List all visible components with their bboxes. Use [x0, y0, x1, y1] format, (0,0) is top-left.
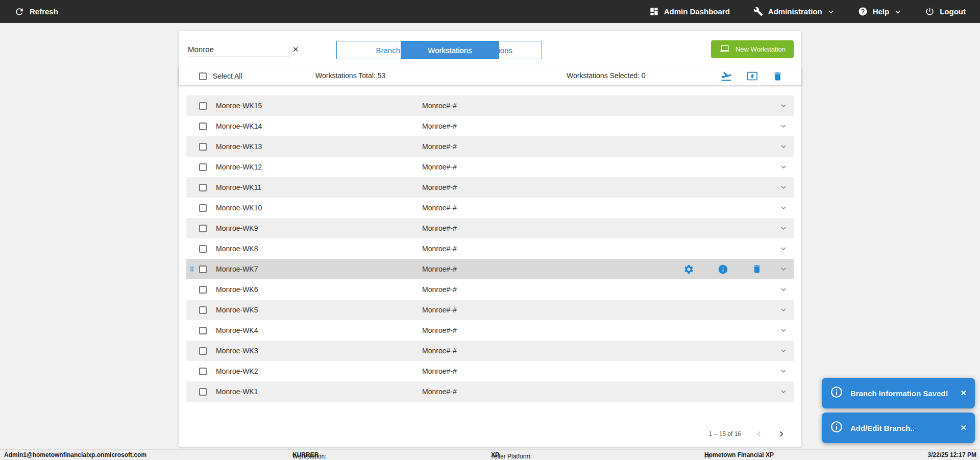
- clear-search-icon[interactable]: ✕: [289, 45, 302, 54]
- chevron-down-icon[interactable]: [779, 306, 788, 316]
- search-input[interactable]: [188, 45, 289, 54]
- info-circle-icon: [830, 385, 843, 401]
- drag-handle-icon[interactable]: [188, 263, 195, 276]
- close-icon[interactable]: ✕: [960, 423, 967, 432]
- workstation-name: Monroe-WK12: [216, 163, 262, 171]
- row-checkbox[interactable]: [199, 225, 207, 232]
- logout-button[interactable]: Logout: [925, 7, 966, 16]
- chevron-down-icon: [827, 8, 835, 15]
- workstation-branch: Monroe#-#: [422, 163, 457, 171]
- close-icon[interactable]: ✕: [960, 389, 967, 398]
- chevron-down-icon[interactable]: [779, 224, 788, 234]
- chevron-down-icon[interactable]: [779, 388, 788, 397]
- workstations-selected: Workstations Selected: 0: [567, 71, 646, 80]
- delete-icon[interactable]: [772, 71, 783, 82]
- workstation-branch: Monroe#-#: [422, 224, 457, 232]
- workstation-name: Monroe-WK11: [216, 183, 261, 191]
- workstation-name: Monroe-WK7: [216, 265, 258, 273]
- table-row[interactable]: Monroe-WK2 Monroe#-#: [186, 361, 794, 381]
- workstation-name: Monroe-WK4: [216, 326, 258, 334]
- row-checkbox[interactable]: [199, 143, 207, 151]
- table-row[interactable]: Monroe-WK3 Monroe#-#: [186, 341, 794, 361]
- admin-dashboard-button[interactable]: Admin Dashboard: [649, 7, 730, 16]
- previous-page-icon[interactable]: [754, 429, 764, 439]
- row-checkbox[interactable]: [199, 184, 207, 191]
- table-row[interactable]: Monroe-WK8 Monroe#-#: [186, 238, 794, 259]
- administration-label: Administration: [768, 7, 822, 16]
- workstation-branch: Monroe#-#: [422, 142, 457, 151]
- row-checkbox[interactable]: [199, 102, 207, 110]
- table-row[interactable]: Monroe-WK5 Monroe#-#: [186, 300, 794, 320]
- chevron-down-icon[interactable]: [779, 367, 788, 377]
- delete-row-icon[interactable]: [752, 264, 762, 274]
- new-workstation-button[interactable]: New Workstation: [711, 40, 794, 58]
- table-row[interactable]: Monroe-WK11 Monroe#-#: [186, 177, 794, 198]
- row-checkbox[interactable]: [199, 245, 207, 253]
- row-checkbox[interactable]: [199, 306, 207, 314]
- chevron-down-icon[interactable]: [779, 326, 788, 336]
- table-row[interactable]: Monroe-WK7 Monroe#-#: [186, 259, 794, 279]
- admin-dashboard-label: Admin Dashboard: [664, 7, 730, 16]
- workstation-branch: Monroe#-#: [422, 347, 457, 355]
- pagination-range: 1 – 15 of 16: [709, 430, 741, 438]
- chevron-down-icon[interactable]: [779, 142, 788, 152]
- workstation-status: Workstation: KURRER: [292, 451, 318, 458]
- workstations-total: Workstations Total: 53: [315, 71, 385, 80]
- table-row[interactable]: Monroe-WK14 Monroe#-#: [186, 116, 794, 136]
- row-checkbox[interactable]: [199, 327, 207, 334]
- chevron-down-icon[interactable]: [779, 102, 788, 111]
- next-page-icon[interactable]: [777, 429, 786, 439]
- table-row[interactable]: Monroe-WK12 Monroe#-#: [186, 157, 794, 177]
- workstation-name: Monroe-WK5: [216, 306, 258, 314]
- workstation-name: Monroe-WK6: [216, 285, 258, 294]
- chevron-down-icon[interactable]: [779, 204, 788, 213]
- branch-workstations-tabs: Branch Workstations Workstations: [336, 41, 542, 59]
- table-row[interactable]: Monroe-WK9 Monroe#-#: [186, 218, 794, 238]
- workstations-panel: ✕ Branch Workstations Workstations New W…: [179, 31, 801, 447]
- toast-message: Add/Edit Branch..: [850, 424, 915, 432]
- table-row[interactable]: Monroe-WK1 Monroe#-#: [186, 381, 794, 402]
- row-checkbox[interactable]: [199, 123, 207, 130]
- workstation-name: Monroe-WK8: [216, 245, 258, 253]
- row-checkbox[interactable]: [199, 368, 207, 375]
- logged-in-user: Admin1@hometownfinancialxp.onmicrosoft.c…: [4, 451, 146, 458]
- row-checkbox[interactable]: [199, 286, 207, 294]
- table-row[interactable]: Monroe-WK6 Monroe#-#: [186, 279, 794, 300]
- chevron-down-icon[interactable]: [779, 163, 788, 173]
- administration-menu[interactable]: Administration: [753, 7, 835, 16]
- workstation-branch: Monroe#-#: [422, 306, 457, 314]
- select-all-checkbox[interactable]: [199, 72, 207, 80]
- chevron-down-icon[interactable]: [779, 245, 788, 254]
- row-checkbox[interactable]: [199, 388, 207, 396]
- info-icon[interactable]: [718, 264, 728, 275]
- row-checkbox[interactable]: [199, 265, 207, 273]
- chevron-down-icon[interactable]: [779, 285, 788, 295]
- tab-workstations-selected[interactable]: Workstations: [401, 41, 499, 59]
- refresh-button[interactable]: Refresh: [14, 7, 58, 17]
- table-row[interactable]: Monroe-WK10 Monroe#-#: [186, 198, 794, 218]
- help-menu[interactable]: Help: [858, 7, 902, 16]
- settings-gear-icon[interactable]: [683, 264, 694, 275]
- logout-label: Logout: [940, 7, 966, 16]
- table-row[interactable]: Monroe-WK15 Monroe#-#: [186, 95, 794, 116]
- selection-bar: Select All Workstations Total: 53 Workst…: [179, 67, 801, 85]
- chevron-down-icon[interactable]: [779, 265, 788, 275]
- select-all-control[interactable]: Select All: [199, 67, 242, 85]
- row-checkbox[interactable]: [199, 347, 207, 355]
- workstation-name: Monroe-WK14: [216, 122, 262, 130]
- workstation-name: Monroe-WK13: [216, 142, 262, 151]
- chevron-down-icon[interactable]: [779, 183, 788, 193]
- datetime-status: 3/22/25 12:17 PM: [928, 451, 976, 458]
- upload-icon[interactable]: [747, 70, 758, 82]
- row-checkbox[interactable]: [199, 204, 207, 212]
- chevron-down-icon[interactable]: [779, 347, 788, 356]
- chevron-down-icon: [894, 8, 901, 15]
- workstation-branch: Monroe#-#: [422, 245, 457, 253]
- export-plane-icon[interactable]: [720, 70, 732, 82]
- table-row[interactable]: Monroe-WK13 Monroe#-#: [186, 136, 794, 157]
- chevron-down-icon[interactable]: [779, 122, 788, 132]
- row-checkbox[interactable]: [199, 163, 207, 171]
- pagination: 1 – 15 of 16: [709, 429, 786, 439]
- table-row[interactable]: Monroe-WK4 Monroe#-#: [186, 320, 794, 341]
- info-circle-icon: [830, 420, 843, 435]
